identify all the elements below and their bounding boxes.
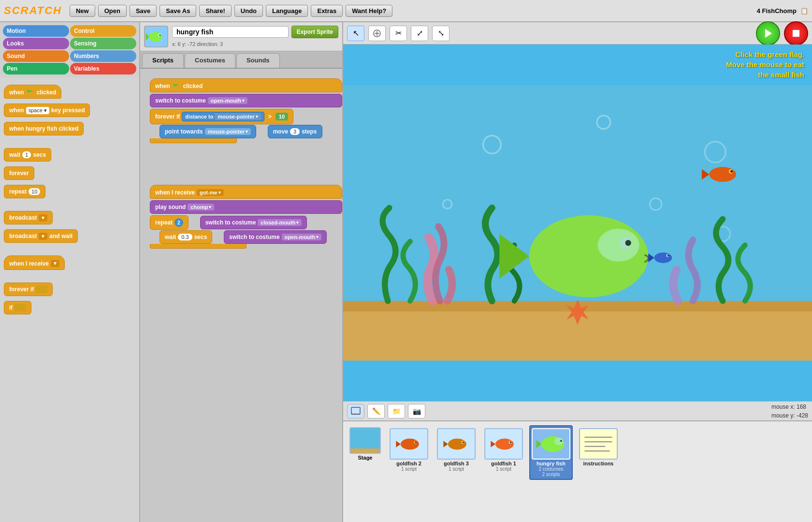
scripts-panel: hungry fish Export Sprite x: 6 y: -72 di… bbox=[140, 22, 343, 522]
svg-rect-8 bbox=[793, 30, 799, 37]
category-sensing[interactable]: Sensing bbox=[70, 38, 136, 49]
project-icon: 📋 bbox=[800, 7, 808, 15]
sprite-coords: x: 6 y: -72 direction: 3 bbox=[172, 40, 338, 48]
tab-scripts[interactable]: Scripts bbox=[142, 53, 184, 68]
block-wait-0-3[interactable]: wait 0.3 secs bbox=[160, 230, 212, 244]
block-switch-costume-2[interactable]: switch to costume closed-mouth ▾ bbox=[200, 216, 307, 229]
svg-marker-1 bbox=[146, 33, 149, 41]
block-when-receive[interactable]: when I receive ▾ bbox=[4, 255, 65, 270]
save-button[interactable]: Save bbox=[130, 5, 157, 17]
app-logo: SCRATCH bbox=[4, 4, 62, 17]
script-2: when I receive got-me ▾ play sound chomp… bbox=[150, 185, 342, 249]
block-when-flag-clicked[interactable]: when clicked bbox=[4, 85, 61, 99]
sprite-goldfish3[interactable]: goldfish 3 1 script bbox=[435, 425, 478, 475]
block-forever[interactable]: forever bbox=[4, 166, 34, 180]
mouse-coords: mouse x: 168 mouse y: -428 bbox=[771, 403, 808, 420]
svg-point-44 bbox=[463, 442, 464, 443]
block-move-steps[interactable]: move 3 steps bbox=[268, 125, 322, 138]
sprite-hungryfish-sublabel1: 2 costumes bbox=[538, 466, 563, 472]
save-as-button[interactable]: Save As bbox=[160, 5, 196, 17]
undo-button[interactable]: Undo bbox=[234, 5, 263, 17]
svg-rect-56 bbox=[580, 429, 617, 459]
tab-costumes[interactable]: Costumes bbox=[185, 53, 235, 68]
category-sound[interactable]: Sound bbox=[3, 50, 69, 62]
category-looks[interactable]: Looks bbox=[3, 38, 69, 49]
svg-point-0 bbox=[149, 32, 162, 42]
block-when-receive[interactable]: when I receive got-me ▾ bbox=[150, 185, 342, 199]
block-when-clicked[interactable]: when clicked bbox=[150, 78, 342, 92]
block-when-sprite-clicked[interactable]: when hungry fish clicked bbox=[4, 122, 84, 135]
category-motion[interactable]: Motion bbox=[3, 25, 69, 37]
block-broadcast-wait[interactable]: broadcast ▾ and wait bbox=[4, 229, 78, 243]
help-button[interactable]: Want Help? bbox=[346, 5, 392, 17]
sprite-goldfish1[interactable]: goldfish 1 1 script bbox=[482, 425, 525, 475]
svg-point-30 bbox=[667, 255, 669, 256]
project-name: 4 FishChomp 📋 bbox=[757, 7, 808, 15]
camera-button[interactable]: 📷 bbox=[408, 404, 425, 418]
category-pen[interactable]: Pen bbox=[3, 63, 69, 75]
svg-point-18 bbox=[710, 167, 736, 182]
svg-point-3 bbox=[160, 34, 161, 36]
svg-point-55 bbox=[560, 440, 562, 442]
block-broadcast[interactable]: broadcast ▾ bbox=[4, 211, 53, 224]
tool-duplicate[interactable] bbox=[368, 26, 386, 41]
sprite-goldfish2-label: goldfish 2 bbox=[396, 461, 421, 466]
sprite-instructions[interactable]: instructions bbox=[577, 425, 620, 469]
sprite-name-field[interactable]: hungry fish bbox=[172, 26, 289, 38]
sprite-hungryfish-sublabel2: 2 scripts bbox=[542, 472, 560, 477]
green-flag-button[interactable] bbox=[756, 21, 780, 45]
sprite-hungryfish-label: hungry fish bbox=[536, 461, 566, 466]
svg-point-27 bbox=[654, 253, 672, 263]
tool-scissors[interactable]: ✂ bbox=[390, 26, 407, 41]
script-1: when clicked switch to costume open-mout… bbox=[150, 78, 342, 143]
tab-sounds[interactable]: Sounds bbox=[236, 53, 280, 68]
block-wait-secs[interactable]: wait 1 secs bbox=[4, 148, 51, 162]
svg-point-39 bbox=[415, 442, 417, 443]
stage-area: Click the green flag. Move the mouse to … bbox=[343, 45, 812, 401]
svg-point-36 bbox=[401, 439, 419, 450]
share-button[interactable]: Share! bbox=[199, 5, 231, 17]
block-when-key-pressed[interactable]: when space ▾ key pressed bbox=[4, 104, 90, 117]
export-sprite-button[interactable]: Export Sprite bbox=[291, 26, 338, 38]
category-numbers[interactable]: Numbers bbox=[70, 50, 136, 62]
svg-point-21 bbox=[730, 170, 733, 173]
svg-point-24 bbox=[598, 229, 639, 262]
block-switch-costume-1[interactable]: switch to costume open-mouth ▾ bbox=[150, 94, 342, 107]
sprite-goldfish3-sublabel: 1 script bbox=[449, 466, 464, 472]
category-control[interactable]: Control bbox=[70, 25, 136, 37]
block-play-sound[interactable]: play sound chomp ▾ bbox=[150, 200, 342, 214]
stage-list-item[interactable]: Stage bbox=[347, 425, 383, 462]
block-repeat-wrapper: repeat 2 switch to costume closed-mouth … bbox=[150, 215, 342, 249]
block-point-towards[interactable]: point towards mouse-pointer ▾ bbox=[160, 125, 256, 138]
sprite-goldfish2[interactable]: goldfish 2 1 script bbox=[387, 425, 431, 475]
stage-view-button[interactable] bbox=[347, 404, 364, 418]
block-switch-costume-3[interactable]: switch to costume open-mouth ▾ bbox=[224, 230, 327, 244]
stop-button[interactable] bbox=[784, 21, 808, 45]
block-forever-if[interactable]: forever if bbox=[4, 283, 53, 296]
tool-expand[interactable]: ⤢ bbox=[411, 26, 428, 41]
stage-instruction: Click the green flag. Move the mouse to … bbox=[726, 49, 804, 80]
language-button[interactable]: Language bbox=[266, 5, 308, 17]
category-variables[interactable]: Variables bbox=[70, 63, 136, 75]
svg-rect-31 bbox=[351, 407, 360, 414]
file-button[interactable]: 📁 bbox=[388, 404, 405, 418]
tool-shrink[interactable]: ⤡ bbox=[432, 26, 450, 41]
block-if[interactable]: if bbox=[4, 301, 31, 314]
open-button[interactable]: Open bbox=[98, 5, 127, 17]
block-repeat-2[interactable]: repeat 2 bbox=[150, 215, 188, 230]
right-panel: ↖ ✂ ⤢ ⤡ bbox=[343, 22, 812, 522]
blocks-palette: Motion Control Looks Sensing Sound Numbe… bbox=[0, 22, 140, 522]
new-button[interactable]: New bbox=[70, 5, 95, 17]
sprite-hungryfish[interactable]: hungry fish 2 costumes 2 scripts bbox=[529, 425, 573, 480]
blocks-list: when clicked when space ▾ key pressed wh… bbox=[0, 77, 139, 522]
extras-button[interactable]: Extras bbox=[311, 5, 343, 17]
stage-list-label: Stage bbox=[358, 455, 373, 461]
tool-arrow[interactable]: ↖ bbox=[347, 26, 364, 41]
block-repeat[interactable]: repeat 10 bbox=[4, 185, 45, 198]
scripts-canvas[interactable]: when clicked switch to costume open-mout… bbox=[140, 69, 342, 522]
top-toolbar: SCRATCH New Open Save Save As Share! Und… bbox=[0, 0, 812, 22]
svg-rect-34 bbox=[350, 448, 381, 454]
sprite-goldfish1-sublabel: 1 script bbox=[496, 466, 511, 472]
block-forever-if[interactable]: forever if distance to mouse-pointer ▾ >… bbox=[150, 109, 293, 124]
paint-editor-button[interactable]: ✏️ bbox=[367, 404, 385, 418]
